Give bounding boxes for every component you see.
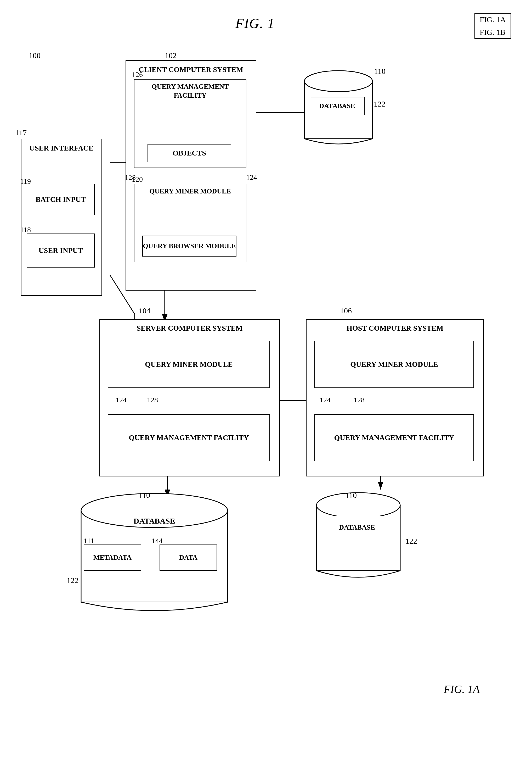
host-computer-system-label: HOST COMPUTER SYSTEM — [306, 323, 483, 333]
query-browser-module-box: QUERY BROWSER MODULE — [142, 236, 237, 257]
database-top-cylinder: DATABASE — [302, 65, 375, 149]
user-interface-label: USER INTERFACE — [22, 144, 101, 153]
ref-110-mid: 110 — [138, 491, 150, 500]
ref-124-server: 124 — [116, 396, 127, 404]
ref-126: 126 — [132, 70, 143, 79]
database-top-box: DATABASE — [310, 97, 365, 115]
query-miner-module-client-label: QUERY MINER MODULE — [134, 187, 246, 196]
ref-122-mid: 122 — [67, 576, 79, 585]
metadata-label: METADATA — [93, 553, 132, 562]
database-host-cylinder: 110 DATABASE 122 — [314, 490, 403, 584]
ref-144: 144 — [152, 537, 163, 545]
user-input-box: USER INPUT — [27, 234, 95, 267]
data-label: DATA — [179, 553, 197, 562]
ref-100: 100 — [29, 51, 40, 60]
database-top-label: DATABASE — [319, 101, 355, 110]
query-management-facility-client-label: QUERY MANAGEMENT FACILITY — [134, 82, 246, 100]
client-computer-system-box: CLIENT COMPUTER SYSTEM 126 QUERY MANAGEM… — [126, 60, 256, 291]
query-management-facility-server-box: QUERY MANAGEMENT FACILITY — [108, 414, 270, 461]
server-computer-system-label: SERVER COMPUTER SYSTEM — [100, 323, 279, 333]
ref-110-top: 110 — [374, 67, 386, 76]
ref-104: 104 — [138, 306, 150, 315]
batch-input-box: BATCH INPUT — [27, 184, 95, 215]
query-miner-module-host-box: QUERY MINER MODULE — [314, 341, 474, 388]
legend-fig1a: FIG. 1A — [475, 14, 510, 26]
ref-124-client: 124 — [246, 173, 257, 182]
ref-128-client: 128 — [125, 173, 136, 182]
batch-input-label: BATCH INPUT — [35, 195, 86, 204]
ref-122-top: 122 — [374, 99, 386, 108]
database-bottom-cylinder: 110 DATABASE 111 METADATA 144 DATA 122 — [79, 490, 230, 615]
query-browser-module-label: QUERY BROWSER MODULE — [143, 242, 236, 251]
figure-legend: FIG. 1A FIG. 1B — [474, 13, 511, 39]
database-mid-label: DATABASE — [79, 516, 230, 526]
query-management-facility-host-box: QUERY MANAGEMENT FACILITY — [314, 414, 474, 461]
metadata-box: METADATA — [84, 545, 141, 571]
ref-106: 106 — [340, 306, 352, 315]
legend-fig1b: FIG. 1B — [475, 26, 510, 38]
query-management-facility-host-label: QUERY MANAGEMENT FACILITY — [334, 433, 454, 442]
user-input-label: USER INPUT — [39, 246, 83, 255]
database-host-box: DATABASE — [322, 516, 392, 539]
query-miner-module-server-box: QUERY MINER MODULE — [108, 341, 270, 388]
ref-128-server: 128 — [147, 396, 158, 404]
database-host-label: DATABASE — [339, 523, 375, 532]
query-miner-module-client-box: 120 QUERY MINER MODULE QUERY BROWSER MOD… — [134, 184, 246, 262]
server-computer-system-box: SERVER COMPUTER SYSTEM QUERY MINER MODUL… — [99, 320, 280, 476]
ref-102: 102 — [165, 51, 177, 60]
ref-122-bot: 122 — [405, 537, 417, 546]
objects-box: OBJECTS — [147, 144, 231, 162]
query-miner-module-server-label: QUERY MINER MODULE — [145, 360, 233, 369]
query-management-facility-server-label: QUERY MANAGEMENT FACILITY — [129, 433, 249, 442]
query-miner-module-host-label: QUERY MINER MODULE — [350, 360, 438, 369]
ref-110-bot: 110 — [345, 491, 357, 500]
svg-point-17 — [304, 71, 372, 91]
ref-117: 117 — [15, 128, 27, 137]
ref-111: 111 — [84, 537, 94, 545]
ref-128-host: 128 — [354, 396, 365, 404]
figure-title: FIG. 1 — [236, 16, 275, 31]
ref-124-host: 124 — [320, 396, 331, 404]
ref-118: 118 — [20, 226, 31, 234]
client-computer-system-label: CLIENT COMPUTER SYSTEM — [126, 65, 256, 74]
query-management-facility-client-box: 126 QUERY MANAGEMENT FACILITY OBJECTS — [134, 79, 246, 168]
patent-diagram-page: FIG. 1 FIG. 1A FIG. 1B 100 CLIENT COMPUT… — [0, 0, 532, 761]
host-computer-system-box: HOST COMPUTER SYSTEM QUERY MINER MODULE … — [306, 320, 484, 476]
objects-label: OBJECTS — [173, 148, 206, 158]
svg-point-21 — [316, 493, 400, 518]
fig1a-label: FIG. 1A — [444, 683, 480, 696]
data-box: DATA — [160, 545, 217, 571]
user-interface-box: USER INTERFACE 119 BATCH INPUT 118 USER … — [21, 139, 102, 296]
